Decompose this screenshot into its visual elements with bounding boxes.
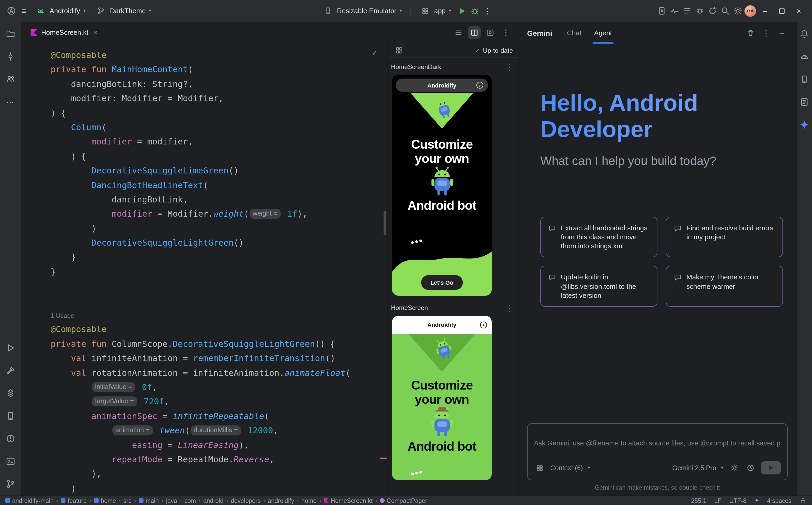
code-line: Column( — [51, 120, 387, 135]
preview-layout-icon[interactable] — [393, 44, 405, 56]
chevron-down-icon: ▾ — [588, 466, 590, 470]
phone-headline-2: Android bot — [392, 439, 492, 453]
project-tool-icon[interactable] — [4, 27, 17, 40]
file-encoding[interactable]: UTF-8 — [729, 497, 746, 504]
code-line: @Composable — [51, 48, 387, 62]
view-code-icon[interactable] — [452, 26, 465, 39]
tab-agent[interactable]: Agent — [594, 22, 612, 44]
code-line: ) { — [51, 149, 387, 163]
settings-icon[interactable] — [732, 5, 743, 17]
code-editor[interactable]: @Composableprivate fun MainHomeContent( … — [21, 43, 388, 496]
device-explorer-icon[interactable] — [798, 73, 811, 86]
vcs-branch-selector[interactable]: DarkTheme ▾ — [91, 2, 156, 19]
breadcrumb-separator: › — [180, 497, 182, 504]
project-selector[interactable]: Androidify ▾ — [31, 2, 90, 19]
run-tool-icon[interactable] — [4, 342, 17, 354]
breadcrumb-item[interactable]: home — [94, 497, 116, 504]
emulator-tool-icon[interactable] — [4, 409, 17, 422]
code-line: DecorativeSquiggleLimeGreen() — [51, 163, 387, 178]
debug-button[interactable] — [469, 5, 481, 17]
run-button[interactable] — [456, 5, 468, 17]
breadcrumb-item[interactable]: feature — [61, 497, 87, 504]
search-everywhere-icon[interactable] — [719, 5, 731, 17]
breadcrumb-item[interactable]: main — [139, 497, 159, 504]
device-selector[interactable]: Resizable Emulator ▾ — [318, 2, 406, 19]
code-line: @Composable — [51, 322, 387, 337]
profiler-tool-icon[interactable] — [798, 50, 811, 63]
breadcrumb-item[interactable]: com — [185, 497, 196, 504]
breadcrumb-item[interactable]: HomeScreen.kt — [324, 497, 373, 504]
breadcrumb-item[interactable]: androidify-main — [5, 497, 53, 504]
hide-panel-icon[interactable]: – — [776, 27, 788, 39]
editor-scrollbar[interactable] — [383, 211, 386, 235]
device-manager-tool-icon[interactable] — [4, 387, 17, 399]
commit-tool-icon[interactable] — [4, 50, 17, 63]
code-line: ) — [51, 481, 387, 496]
preview-options-icon[interactable]: ⋮ — [503, 61, 515, 73]
window-maximize-button[interactable] — [774, 3, 790, 19]
notifications-icon[interactable] — [798, 27, 811, 40]
more-actions-icon[interactable]: ⋮ — [482, 5, 493, 17]
tab-chat[interactable]: Chat — [567, 22, 581, 44]
line-separator[interactable]: LF — [714, 497, 721, 504]
context-selector[interactable]: Context (6) — [550, 464, 583, 472]
gemini-prompt-box[interactable]: Context (6) ▾ Gemini 2.5 Pro ▾ — [527, 423, 788, 480]
profiler-icon[interactable] — [669, 5, 680, 17]
history-icon[interactable] — [744, 462, 756, 474]
view-split-icon[interactable] — [468, 26, 481, 39]
gemini-settings-icon[interactable] — [728, 462, 740, 474]
code-line — [51, 279, 387, 294]
lets-go-button[interactable]: Let's Go — [421, 275, 463, 290]
running-devices-icon[interactable] — [656, 5, 668, 17]
breadcrumb-item[interactable]: java — [166, 497, 177, 504]
logcat-tool-icon[interactable] — [798, 96, 811, 108]
editor-tab-homescreen[interactable]: HomeScreen.kt × — [24, 22, 103, 43]
caret-position[interactable]: 255:1 — [691, 497, 706, 504]
view-design-icon[interactable] — [484, 26, 496, 39]
delete-conversation-icon[interactable] — [744, 27, 756, 39]
window-minimize-button[interactable]: – — [757, 3, 773, 19]
ai-status-icon[interactable]: ✦ — [755, 497, 759, 504]
suggestion-card[interactable]: Make my Theme's color scheme warmer — [666, 266, 783, 307]
gemini-options-icon[interactable]: ⋮ — [760, 27, 772, 39]
preview-pane-label[interactable]: HomeScreenDark — [391, 63, 441, 70]
send-button[interactable] — [761, 461, 781, 474]
indent-setting[interactable]: 4 spaces — [767, 497, 791, 504]
editor-options-icon[interactable]: ⋮ — [500, 26, 512, 39]
breadcrumb-item[interactable]: androidify — [268, 497, 294, 504]
terminal-tool-icon[interactable] — [4, 455, 17, 468]
preview-phone-homescreen[interactable]: Androidify i Customize your own Android … — [392, 316, 492, 480]
breadcrumb-item[interactable]: android — [203, 497, 224, 504]
build-tool-icon[interactable] — [4, 364, 17, 377]
read-only-lock-icon[interactable] — [799, 497, 807, 504]
model-selector[interactable]: Gemini 2.5 Pro — [672, 464, 716, 472]
code-line: ) { — [51, 106, 387, 120]
pull-requests-tool-icon[interactable] — [4, 73, 17, 86]
run-configuration-selector[interactable]: app ▾ — [415, 2, 455, 19]
problems-tool-icon[interactable] — [4, 432, 17, 445]
suggestion-card[interactable]: Find and resolve build errors in my proj… — [666, 217, 783, 258]
suggestion-card[interactable]: Extract all hardcoded strings from this … — [540, 217, 658, 258]
user-avatar[interactable] — [744, 5, 756, 17]
tab-close-icon[interactable]: × — [93, 28, 97, 36]
error-stripe-mark[interactable] — [380, 458, 387, 459]
more-tool-windows-icon[interactable]: ⋯ — [4, 96, 17, 108]
gemini-prompt-input[interactable] — [534, 429, 781, 457]
app-quality-insights-icon[interactable] — [694, 5, 705, 17]
logcat-icon[interactable] — [681, 5, 693, 17]
gemini-tool-icon[interactable] — [798, 118, 811, 131]
breadcrumb-item[interactable]: home — [302, 497, 317, 504]
preview-options-icon[interactable]: ⋮ — [503, 302, 515, 314]
preview-scroll-area[interactable]: HomeScreenDark ⋮ Androidify i Customi — [388, 58, 518, 496]
breadcrumb-item[interactable]: CompactPager — [380, 497, 427, 504]
version-control-tool-icon[interactable] — [4, 478, 17, 490]
preview-phone-homescreendark[interactable]: Androidify i Customize your own Android … — [392, 75, 492, 296]
suggestion-card[interactable]: Update kotlin in @libs.version.toml to t… — [540, 266, 658, 307]
preview-pane-label[interactable]: HomeScreen — [391, 304, 428, 312]
main-menu-icon[interactable]: ≡ — [18, 5, 29, 17]
inspections-ok-icon[interactable]: ✓ — [372, 48, 378, 57]
window-close-button[interactable]: × — [791, 3, 807, 19]
breadcrumb-item[interactable]: developers — [231, 497, 261, 504]
breadcrumb-item[interactable]: src — [123, 497, 132, 504]
sync-project-icon[interactable] — [706, 5, 718, 17]
